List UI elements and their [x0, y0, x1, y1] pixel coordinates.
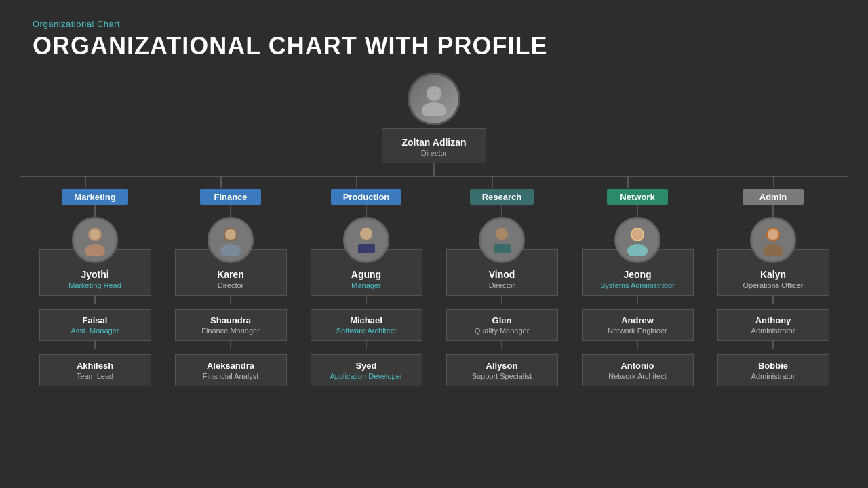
departments-row: Marketing Jyothi Marketing Head Faisal A… [20, 177, 848, 386]
l3-card-research: Allyson Support Specialist [446, 354, 558, 386]
l2-name-production: Michael [318, 315, 415, 325]
svg-point-6 [220, 244, 241, 256]
svg-point-8 [360, 228, 372, 240]
svg-point-14 [632, 229, 643, 240]
l3-name-network: Antonio [589, 361, 686, 371]
head-avatar-network [614, 217, 660, 263]
head-avatar-marketing [72, 217, 118, 263]
dept-label-production: Production [331, 189, 402, 205]
l2-name-research: Glen [454, 315, 551, 325]
top-director-node: Zoltan Adlizan Director [382, 73, 486, 163]
director-name: Zoltan Adlizan [401, 137, 466, 148]
dept-label-finance: Finance [200, 189, 261, 205]
l2-role-production: Software Architect [318, 327, 415, 335]
l3-name-research: Allyson [454, 361, 551, 371]
conn-down-marketing [94, 205, 96, 217]
head-name-research: Vinod [454, 269, 551, 280]
head-avatar-production [343, 217, 389, 263]
head-name-finance: Karen [182, 269, 279, 280]
head-container-admin: Kalyn Operations Officer [717, 217, 829, 296]
l3-role-admin: Administrator [725, 372, 822, 380]
conn-l3-production [366, 341, 367, 349]
l3-card-marketing: Akhilesh Team Lead [39, 354, 151, 386]
conn-l3-finance [230, 341, 231, 349]
l2-card-network: Andrew Network Engineer [582, 309, 694, 341]
l3-card-network: Antonio Network Architect [582, 354, 694, 386]
head-avatar-research [479, 217, 525, 263]
l2-card-finance: Shaundra Finance Manager [175, 309, 287, 341]
l3-name-production: Syed [318, 361, 415, 371]
conn-down-finance [230, 205, 231, 217]
conn-l3-research [501, 341, 502, 349]
director-card: Zoltan Adlizan Director [382, 128, 486, 163]
header-subtitle: Organizational Chart [33, 19, 835, 29]
l3-card-production: Syed Application Developer [311, 354, 422, 386]
head-role-production: Manager [318, 281, 415, 289]
l3-role-finance: Financial Analyst [182, 372, 279, 380]
dept-column-research: Research Vinod Director Glen Quality Man… [434, 177, 570, 386]
head-avatar-admin [750, 217, 796, 263]
conn-l2-admin [772, 296, 774, 304]
header-title: ORGANIZATIONAL CHART WITH PROFILE [33, 32, 835, 60]
head-container-marketing: Jyothi Marketing Head [39, 217, 151, 296]
svg-rect-11 [494, 244, 511, 253]
dept-column-network: Network Jeong Systems Administrator Andr… [570, 177, 705, 386]
l3-name-admin: Bobbie [725, 361, 822, 371]
head-name-admin: Kalyn [725, 269, 822, 280]
l2-name-admin: Anthony [725, 315, 822, 325]
l2-card-marketing: Faisal Asst. Manager [39, 309, 151, 341]
conn-l2-finance [230, 296, 231, 304]
chart-container: Zoltan Adlizan Director Marketing [0, 67, 868, 386]
dept-label-admin: Admin [743, 189, 804, 205]
head-role-admin: Operations Officer [725, 281, 822, 289]
head-role-research: Director [454, 281, 551, 289]
l2-name-network: Andrew [589, 315, 686, 325]
l2-name-marketing: Faisal [47, 315, 144, 325]
conn-down-network [637, 205, 638, 217]
head-container-production: Agung Manager [311, 217, 422, 296]
head-role-marketing: Marketing Head [47, 281, 144, 289]
conn-down-production [366, 205, 367, 217]
conn-down-admin [772, 205, 774, 217]
head-role-network: Systems Administrator [589, 281, 686, 289]
director-avatar-placeholder [410, 75, 458, 123]
dept-label-research: Research [470, 189, 534, 205]
conn-l2-research [501, 296, 502, 304]
conn-l3-admin [772, 341, 774, 349]
svg-point-17 [768, 229, 778, 240]
l3-name-marketing: Akhilesh [47, 361, 144, 371]
dept-label-marketing: Marketing [62, 189, 127, 205]
l2-role-finance: Finance Manager [182, 327, 279, 335]
l3-name-finance: Aleksandra [182, 361, 279, 371]
header: Organizational Chart ORGANIZATIONAL CHAR… [0, 0, 868, 67]
conn-l3-marketing [94, 341, 96, 349]
conn-l2-marketing [94, 296, 96, 304]
l2-card-research: Glen Quality Manager [446, 309, 558, 341]
head-container-network: Jeong Systems Administrator [582, 217, 694, 296]
dept-column-admin: Admin Kalyn Operations Officer Anthony A… [705, 177, 841, 386]
conn-l2-network [637, 296, 638, 304]
dept-label-network: Network [607, 189, 668, 205]
l2-role-research: Quality Manager [454, 327, 551, 335]
director-role: Director [401, 149, 466, 157]
head-avatar-finance [208, 217, 254, 263]
l2-role-marketing: Asst. Manager [47, 327, 144, 335]
svg-point-10 [496, 228, 508, 240]
l2-card-admin: Anthony Administrator [717, 309, 829, 341]
head-name-marketing: Jyothi [47, 269, 144, 280]
svg-point-0 [427, 86, 441, 101]
l3-role-production: Application Developer [318, 372, 415, 380]
l2-role-admin: Administrator [725, 327, 822, 335]
conn-l3-network [637, 341, 638, 349]
head-container-finance: Karen Director [175, 217, 287, 296]
conn-l2-production [366, 296, 367, 304]
dept-column-production: Production Agung Manager Michael Softwar… [298, 177, 434, 386]
svg-point-1 [422, 102, 446, 116]
l3-role-marketing: Team Lead [47, 372, 144, 380]
l3-card-finance: Aleksandra Financial Analyst [175, 354, 287, 386]
l3-card-admin: Bobbie Administrator [717, 354, 829, 386]
head-container-research: Vinod Director [446, 217, 558, 296]
l2-name-finance: Shaundra [182, 315, 279, 325]
l3-role-research: Support Specialist [454, 372, 551, 380]
connector-top-down [433, 163, 435, 176]
